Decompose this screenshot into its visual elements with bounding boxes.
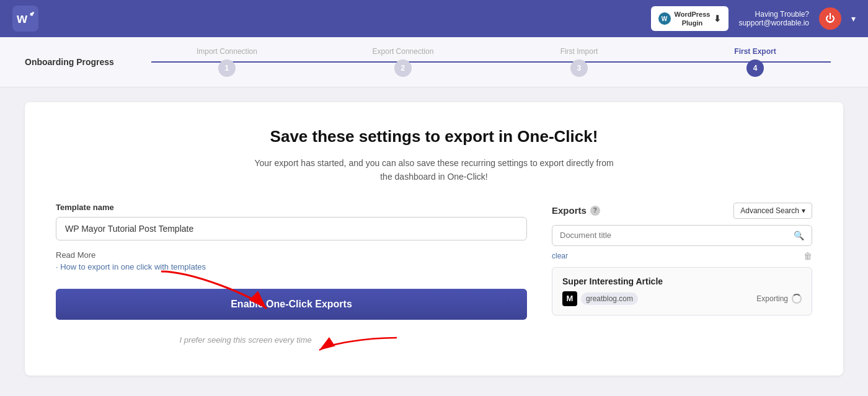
advanced-search-label: Advanced Search xyxy=(740,206,799,215)
prefer-text: I prefer seeing this screen every time xyxy=(56,328,527,353)
header-right: W WordPressPlugin ⬇ Having Trouble? supp… xyxy=(651,6,856,32)
card-title: Save these settings to export in One-Cli… xyxy=(56,127,812,146)
chevron-icon: ▾ xyxy=(802,206,805,215)
wp-plugin-label: WordPressPlugin xyxy=(675,10,711,28)
logo: w xyxy=(12,6,38,32)
template-name-label: Template name xyxy=(56,203,527,212)
read-more-link[interactable]: How to export in one click with template… xyxy=(56,262,527,271)
download-icon: ⬇ xyxy=(714,14,721,24)
step-4-circle: 4 xyxy=(746,59,764,77)
progress-steps: Import Connection 1 Export Connection 2 … xyxy=(139,47,843,77)
support-email: support@wordable.io xyxy=(738,19,809,27)
power-button[interactable]: ⏻ xyxy=(819,7,841,30)
card-body: Template name Read More How to export in… xyxy=(56,203,812,353)
exports-panel: Exports ? Advanced Search ▾ 🔍 clear 🗑 xyxy=(552,203,812,353)
read-more-section: Read More How to export in one click wit… xyxy=(56,250,527,271)
wp-plugin-button[interactable]: W WordPressPlugin ⬇ xyxy=(651,6,729,32)
export-source: M greatblog.com xyxy=(562,291,638,306)
export-item-bottom: M greatblog.com Exporting xyxy=(562,291,802,306)
template-name-input[interactable] xyxy=(56,217,527,240)
exports-label: Exports xyxy=(552,205,587,216)
step-4-label: First Export xyxy=(734,47,776,56)
exporting-label: Exporting xyxy=(756,294,788,303)
clear-button[interactable]: clear xyxy=(552,252,568,260)
arrow-to-prefer xyxy=(316,328,403,353)
step-4: First Export 4 xyxy=(667,47,843,77)
exports-header: Exports ? Advanced Search ▾ xyxy=(552,203,812,219)
wordpress-icon: W xyxy=(658,12,671,25)
trouble-title: Having Trouble? xyxy=(738,10,809,19)
search-box[interactable]: 🔍 xyxy=(552,225,812,246)
search-icon: 🔍 xyxy=(794,231,804,240)
step-2: Export Connection 2 xyxy=(315,47,491,77)
chevron-down-icon[interactable]: ▾ xyxy=(851,14,856,24)
step-3-circle: 3 xyxy=(570,59,588,77)
progress-label: Onboarding Progress xyxy=(25,57,114,67)
svg-text:w: w xyxy=(17,12,28,25)
onboarding-progress: Onboarding Progress Import Connection 1 … xyxy=(0,37,868,87)
step-3: First Import 3 xyxy=(491,47,667,77)
step-1-label: Import Connection xyxy=(197,47,257,56)
read-more-label: Read More xyxy=(56,250,527,260)
main-card: Save these settings to export in One-Cli… xyxy=(25,102,843,376)
medium-logo-icon: M xyxy=(562,291,577,306)
enable-one-click-button[interactable]: Enable One-Click Exports xyxy=(56,289,527,320)
advanced-search-button[interactable]: Advanced Search ▾ xyxy=(733,203,812,219)
export-item-title: Super Interesting Article xyxy=(562,276,802,286)
filter-row: clear 🗑 xyxy=(552,251,812,261)
prefer-text-content: I prefer seeing this screen every time xyxy=(180,335,312,345)
exports-title: Exports ? xyxy=(552,205,600,216)
svg-point-1 xyxy=(30,13,33,16)
step-3-label: First Import xyxy=(560,47,598,56)
card-left: Template name Read More How to export in… xyxy=(56,203,527,353)
card-subtitle: Your export has started, and you can als… xyxy=(56,156,812,184)
step-1-circle: 1 xyxy=(218,59,236,77)
app-header: w W WordPressPlugin ⬇ Having Trouble? su… xyxy=(0,0,868,37)
step-1: Import Connection 1 xyxy=(139,47,315,77)
step-2-label: Export Connection xyxy=(373,47,434,56)
logo-icon: w xyxy=(12,6,38,32)
document-title-search[interactable] xyxy=(560,231,794,240)
trouble-info: Having Trouble? support@wordable.io xyxy=(738,10,809,27)
loading-spinner xyxy=(792,294,802,304)
help-icon[interactable]: ? xyxy=(590,206,600,216)
exporting-badge: Exporting xyxy=(756,294,802,304)
main-content: Save these settings to export in One-Cli… xyxy=(0,87,868,390)
trash-icon[interactable]: 🗑 xyxy=(804,251,812,261)
export-list-item: Super Interesting Article M greatblog.co… xyxy=(552,267,812,315)
step-2-circle: 2 xyxy=(394,59,412,77)
source-domain: greatblog.com xyxy=(581,293,638,305)
